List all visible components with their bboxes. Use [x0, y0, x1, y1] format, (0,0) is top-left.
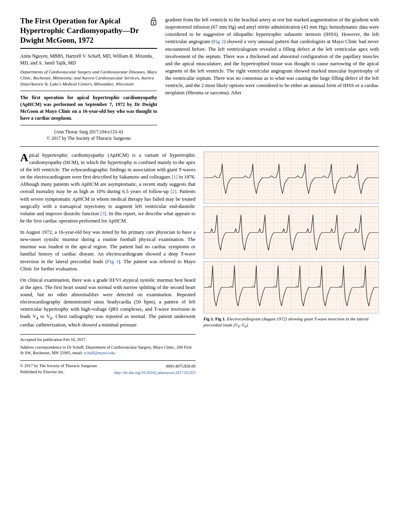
svg-point-1	[153, 22, 154, 23]
ref1-link[interactable]: [1]	[172, 174, 178, 180]
paragraph-2: In August 1972, a 16-year-old boy was no…	[20, 229, 195, 272]
fig-caption: Fig 1. Fig 1. Electrocardiogram (August …	[204, 316, 379, 329]
doi-link[interactable]: http://dx.doi.org/10.1016/j.athoracsur.2…	[114, 370, 195, 375]
affiliations: Departments of Cardiovascular Surgery an…	[20, 69, 157, 87]
left-column: The First Operation for Apical Hypertrop…	[20, 16, 157, 141]
footer-copyright: © 2017 by The Society of Thoracic Surgeo…	[20, 363, 97, 375]
right-col-text: gradient from the left ventricle to the …	[165, 16, 379, 96]
footnote-section: Accepted for publication Feb 16, 2017. A…	[20, 334, 195, 356]
section-divider	[20, 146, 379, 147]
fig1-link[interactable]: Fig 1	[107, 259, 118, 264]
body-section: Apical hypertrophic cardiomyopathy (ApHC…	[20, 152, 379, 376]
fig2-link[interactable]: Fig 2	[213, 39, 224, 44]
dropcap: A	[20, 153, 28, 162]
page: The First Operation for Apical Hypertrop…	[0, 0, 399, 532]
authors: Anita Nguyen, MBBS, Hartzell V. Schaff, …	[20, 53, 157, 66]
abstract-box: The first operation for apical hypertrop…	[20, 91, 157, 125]
abstract-text: The first operation for apical hypertrop…	[20, 94, 157, 121]
paragraph-1: Apical hypertrophic cardiomyopathy (ApHC…	[20, 152, 195, 224]
footnote-address: Address correspondence to Dr Schaff, Dep…	[20, 345, 195, 356]
body-right-column: Fig 1. Fig 1. Electrocardiogram (August …	[204, 152, 379, 376]
footnote-accepted: Accepted for publication Feb 16, 2017.	[20, 337, 195, 343]
lock-icon	[150, 17, 157, 28]
ecg-strip-2	[204, 206, 379, 259]
right-column: gradient from the left ventricle to the …	[165, 16, 379, 141]
top-section: The First Operation for Apical Hypertrop…	[20, 16, 379, 141]
body-left-column: Apical hypertrophic cardiomyopathy (ApHC…	[20, 152, 195, 376]
issn: 0003-4975/$36.00	[114, 363, 195, 370]
citation: (Ann Thorac Surg 2017;104:e133–6) © 2017…	[20, 129, 157, 141]
fig-caption-bold: Fig 1.	[215, 316, 226, 321]
ref3-link[interactable]: [3]	[100, 211, 106, 216]
ecg-strip-1	[204, 152, 379, 204]
paragraph-3: On clinical examination, there was a gra…	[20, 276, 195, 328]
article-title: The First Operation for Apical Hypertrop…	[20, 16, 157, 49]
ref2-link[interactable]: [2]	[170, 189, 177, 194]
ecg-strip-3	[204, 261, 379, 314]
ecg-container	[204, 152, 379, 314]
footer-right: 0003-4975/$36.00 http://dx.doi.org/10.10…	[114, 363, 195, 376]
doi: http://dx.doi.org/10.1016/j.athoracsur.2…	[114, 370, 195, 376]
footer-section: © 2017 by The Society of Thoracic Surgeo…	[20, 360, 195, 376]
email-link[interactable]: schaff@mayo.edu	[84, 351, 114, 355]
